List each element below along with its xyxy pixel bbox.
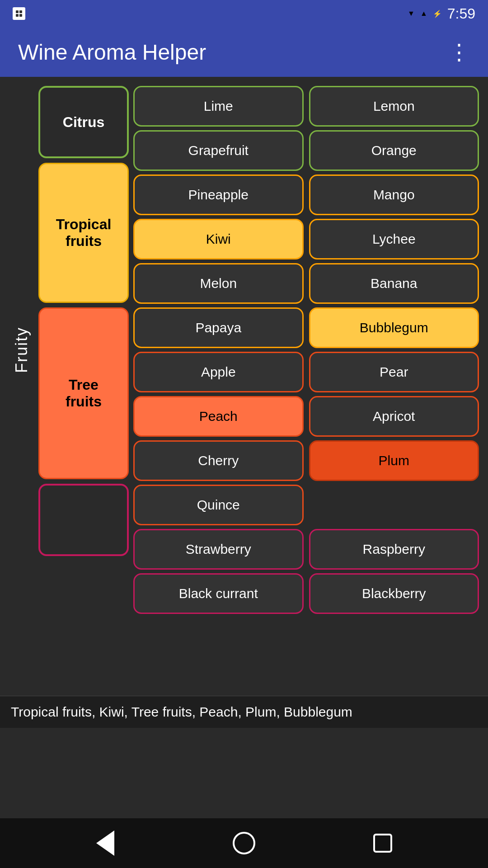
plum-button[interactable]: Plum — [309, 440, 479, 481]
status-icons: ▼ ▲ ⚡ 7:59 — [408, 5, 475, 22]
citrus-category[interactable]: Citrus — [38, 86, 129, 158]
row-papaya-bubblegum: Papaya Bubblegum — [133, 307, 479, 348]
vertical-label-col: Fruity — [9, 86, 34, 614]
aroma-grid: Fruity Citrus Tropical fruits Tree fruit… — [9, 86, 479, 614]
app-bar: Wine Aroma Helper ⋮ — [0, 27, 488, 77]
nav-bar — [0, 818, 488, 868]
tropical-category[interactable]: Tropical fruits — [38, 163, 129, 303]
recents-button[interactable] — [365, 825, 401, 861]
blackberry-button[interactable]: Blackberry — [309, 573, 479, 614]
more-menu-button[interactable]: ⋮ — [448, 39, 470, 65]
signal-icon: ▲ — [420, 9, 427, 18]
row-apple-pear: Apple Pear — [133, 352, 479, 392]
berry-category[interactable] — [38, 484, 129, 556]
pear-button[interactable]: Pear — [309, 352, 479, 392]
mango-button[interactable]: Mango — [309, 175, 479, 215]
grapefruit-button[interactable]: Grapefruit — [133, 130, 304, 171]
status-time: 7:59 — [447, 5, 475, 22]
orange-button[interactable]: Orange — [309, 130, 479, 171]
wifi-icon: ▼ — [408, 9, 415, 18]
blackcurrant-button[interactable]: Black currant — [133, 573, 304, 614]
row-pineapple-mango: Pineapple Mango — [133, 175, 479, 215]
lemon-button[interactable]: Lemon — [309, 86, 479, 127]
selection-summary: Tropical fruits, Kiwi, Tree fruits, Peac… — [0, 696, 488, 728]
row-grapefruit-orange: Grapefruit Orange — [133, 130, 479, 171]
cherry-button[interactable]: Cherry — [133, 440, 304, 481]
home-button[interactable] — [226, 825, 262, 861]
raspberry-button[interactable]: Raspberry — [309, 529, 479, 570]
papaya-button[interactable]: Papaya — [133, 307, 304, 348]
lime-button[interactable]: Lime — [133, 86, 304, 127]
main-content: Fruity Citrus Tropical fruits Tree fruit… — [0, 77, 488, 696]
fruity-label: Fruity — [12, 327, 31, 373]
app-title: Wine Aroma Helper — [18, 40, 206, 65]
row-lime-lemon: Lime Lemon — [133, 86, 479, 127]
quince-button[interactable]: Quince — [133, 485, 304, 525]
row-kiwi-lychee: Kiwi Lychee — [133, 219, 479, 259]
apricot-button[interactable]: Apricot — [309, 396, 479, 437]
content-spacer — [0, 728, 488, 818]
notification-icon — [13, 7, 25, 20]
back-button[interactable] — [87, 825, 123, 861]
banana-button[interactable]: Banana — [309, 263, 479, 304]
row-blackcurrant-blackberry: Black currant Blackberry — [133, 573, 479, 614]
status-bar: ▼ ▲ ⚡ 7:59 — [0, 0, 488, 27]
apple-button[interactable]: Apple — [133, 352, 304, 392]
row-quince: Quince — [133, 485, 479, 525]
row-melon-banana: Melon Banana — [133, 263, 479, 304]
items-grid: Lime Lemon Grapefruit Orange Pineapple — [133, 86, 479, 614]
melon-button[interactable]: Melon — [133, 263, 304, 304]
row-peach-apricot: Peach Apricot — [133, 396, 479, 437]
row-strawberry-raspberry: Strawberry Raspberry — [133, 529, 479, 570]
strawberry-button[interactable]: Strawberry — [133, 529, 304, 570]
row-cherry-plum: Cherry Plum — [133, 440, 479, 481]
lychee-button[interactable]: Lychee — [309, 219, 479, 259]
kiwi-button[interactable]: Kiwi — [133, 219, 304, 259]
category-sidebar: Citrus Tropical fruits Tree fruits — [34, 86, 133, 614]
battery-icon: ⚡ — [433, 9, 442, 18]
tree-category[interactable]: Tree fruits — [38, 307, 129, 479]
pineapple-button[interactable]: Pineapple — [133, 175, 304, 215]
peach-button[interactable]: Peach — [133, 396, 304, 437]
bubblegum-button[interactable]: Bubblegum — [309, 307, 479, 348]
